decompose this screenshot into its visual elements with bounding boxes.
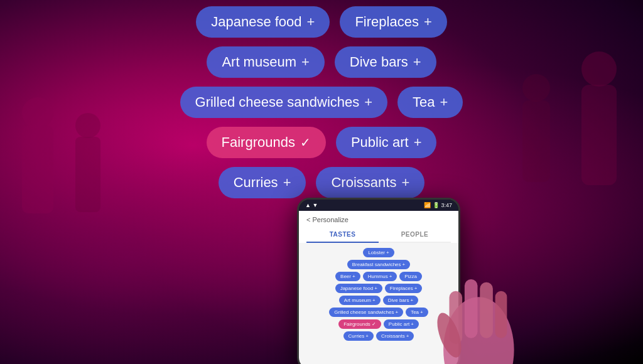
chip-label: Public art	[351, 134, 409, 151]
chip-icon: +	[364, 94, 372, 110]
chip-row-1: Japanese food + Fireplaces +	[196, 6, 447, 38]
svg-rect-11	[480, 282, 493, 338]
phone-chip-croissants[interactable]: Croissants +	[376, 331, 414, 341]
tab-tastes[interactable]: TASTES	[306, 227, 379, 243]
chip-icon: +	[365, 333, 369, 339]
chip-art-museum[interactable]: Art museum +	[207, 46, 324, 78]
chip-label: Curries	[234, 174, 278, 191]
status-icons: 📶 🔋 3:47	[424, 202, 452, 208]
chip-tea[interactable]: Tea +	[397, 87, 463, 118]
svg-rect-10	[465, 279, 478, 338]
chip-fireplaces[interactable]: Fireplaces +	[340, 6, 446, 38]
phone-chip-japanese[interactable]: Japanese food +	[335, 284, 382, 293]
chip-icon: +	[389, 274, 392, 279]
phone-chip-curries[interactable]: Curries +	[343, 331, 374, 341]
chip-icon: +	[307, 14, 315, 30]
chip-text: Beer	[340, 274, 351, 279]
chip-row-5: Curries + Croissants +	[219, 167, 425, 198]
chip-icon: +	[403, 262, 406, 267]
chip-row-4: Fairgrounds ✓ Public art +	[207, 127, 437, 158]
chip-japanese-food[interactable]: Japanese food +	[196, 6, 330, 38]
chip-text: Dive bars	[388, 297, 409, 303]
status-bar: ▲ ▼ 📶 🔋 3:47	[299, 200, 458, 211]
chip-icon: ✓	[300, 135, 311, 150]
phone-back[interactable]: < Personalize	[306, 216, 451, 223]
chip-label: Fairgrounds	[222, 134, 295, 151]
chip-dive-bars[interactable]: Dive bars +	[335, 46, 436, 78]
chip-text: Japanese food	[340, 286, 374, 291]
back-label: < Personalize	[306, 216, 349, 223]
chip-label: Dive bars	[350, 54, 408, 70]
phone-chip-grilled[interactable]: Grilled cheese sandwiches +	[329, 308, 403, 317]
chip-row-3: Grilled cheese sandwiches + Tea +	[180, 87, 463, 118]
chip-label: Art museum	[222, 54, 296, 70]
chip-label: Tea	[413, 94, 435, 110]
phone-chip-art[interactable]: Art museum +	[339, 296, 381, 305]
chip-icon: +	[395, 309, 398, 315]
chip-icon: +	[401, 174, 409, 191]
status-left: ▲ ▼	[305, 202, 318, 208]
chip-icon: +	[283, 174, 291, 191]
chip-label: Japanese food	[211, 14, 301, 30]
phone-wrapper: ▲ ▼ 📶 🔋 3:47 < Personalize TASTES PEOPLE…	[297, 198, 460, 364]
chip-icon: +	[414, 134, 422, 151]
phone-chip-fairgrounds[interactable]: Fairgrounds ✓	[338, 319, 381, 329]
chip-icon: +	[372, 297, 376, 303]
chip-label: Grilled cheese sandwiches	[195, 94, 360, 110]
chip-text: Public art	[389, 321, 409, 327]
chip-public-art[interactable]: Public art +	[336, 127, 437, 158]
chip-icon: +	[440, 94, 448, 110]
chip-icon: ✓	[372, 321, 376, 327]
hand-svg	[410, 232, 536, 364]
chip-curries[interactable]: Curries +	[219, 167, 306, 198]
svg-rect-12	[495, 291, 507, 338]
chip-icon: +	[424, 14, 432, 30]
chip-grilled-cheese[interactable]: Grilled cheese sandwiches +	[180, 87, 388, 118]
phone-chip-beer[interactable]: Beer +	[335, 272, 360, 281]
phone-chip-lobster[interactable]: Lobster +	[363, 248, 394, 257]
chip-text: Hummus	[368, 274, 388, 279]
chip-text: Fairgrounds	[343, 321, 370, 327]
chip-row-2: Art museum + Dive bars +	[207, 46, 436, 78]
chip-label: Croissants	[331, 174, 396, 191]
chip-icon: +	[413, 54, 421, 70]
chip-text: Breakfast sandwiches	[352, 262, 401, 267]
chip-icon: +	[352, 274, 355, 279]
phone-chip-hummus[interactable]: Hummus +	[363, 272, 397, 281]
chip-text: Curries	[349, 333, 365, 339]
chip-text: Grilled cheese sandwiches	[334, 309, 394, 315]
chips-container: Japanese food + Fireplaces + Art museum …	[0, 0, 643, 207]
phone-chip-breakfast[interactable]: Breakfast sandwiches +	[347, 260, 411, 269]
chip-icon: +	[301, 54, 310, 70]
chip-croissants[interactable]: Croissants +	[316, 167, 424, 198]
chip-fairgrounds[interactable]: Fairgrounds ✓	[207, 127, 326, 158]
chip-text: Art museum	[344, 297, 371, 303]
chip-text: Croissants	[381, 333, 405, 339]
chip-icon: +	[374, 286, 377, 291]
chip-label: Fireplaces	[355, 14, 418, 30]
chip-icon: +	[386, 250, 389, 255]
chip-icon: +	[406, 333, 409, 339]
chip-text: Lobster	[368, 250, 385, 255]
